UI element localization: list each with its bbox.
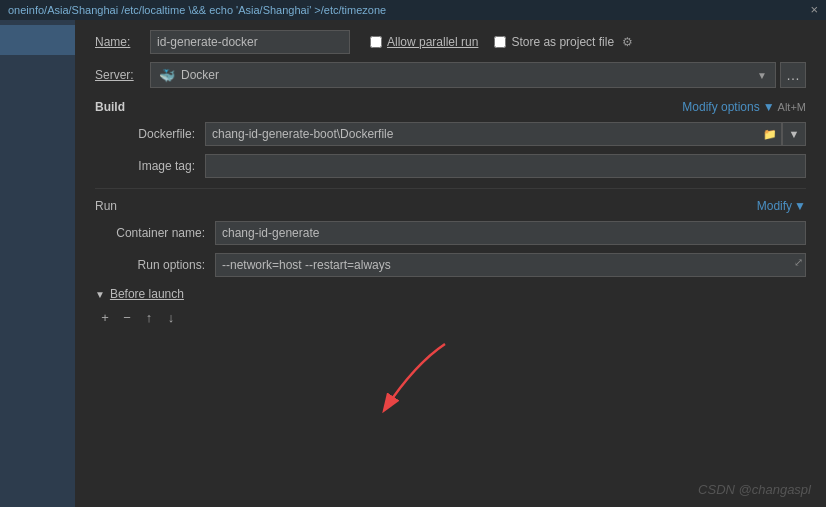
modify-options-label: Modify options — [682, 100, 759, 114]
allow-parallel-checkbox-label[interactable]: Allow parallel run — [370, 35, 478, 49]
run-options-label: Run options: — [95, 258, 215, 272]
store-project-label: Store as project file — [511, 35, 614, 49]
before-launch-title: Before launch — [110, 287, 184, 301]
sidebar-active-item[interactable] — [0, 25, 75, 55]
imagetag-input[interactable] — [205, 154, 806, 178]
container-name-label: Container name: — [95, 226, 215, 240]
dockerfile-input-wrap: 📁 ▼ — [205, 122, 806, 146]
top-bar-command: oneinfo/Asia/Shanghai /etc/localtime \&&… — [8, 4, 386, 16]
name-row: Name: Allow parallel run Store as projec… — [95, 30, 806, 54]
sidebar — [0, 20, 75, 507]
allow-parallel-checkbox[interactable] — [370, 36, 382, 48]
run-options-input[interactable] — [215, 253, 806, 277]
modify-options-shortcut: Alt+M — [778, 101, 806, 113]
dockerfile-row: Dockerfile: 📁 ▼ — [95, 122, 806, 146]
container-name-row: Container name: — [95, 221, 806, 245]
imagetag-label: Image tag: — [95, 159, 205, 173]
red-arrow-annotation — [355, 334, 475, 427]
name-input[interactable] — [150, 30, 350, 54]
dockerfile-label: Dockerfile: — [95, 127, 205, 141]
before-launch-collapse-arrow[interactable]: ▼ — [95, 289, 105, 300]
docker-icon: 🐳 — [159, 68, 175, 83]
watermark-text: CSDN @changaspl — [698, 482, 811, 497]
dockerfile-folder-button[interactable]: 📁 — [758, 122, 782, 146]
run-section-header: Run Modify ▼ — [95, 199, 806, 213]
container-name-input[interactable] — [215, 221, 806, 245]
build-section-header: Build Modify options ▼ Alt+M — [95, 100, 806, 114]
dockerfile-dropdown-button[interactable]: ▼ — [782, 122, 806, 146]
gear-icon[interactable]: ⚙ — [622, 35, 633, 49]
run-options-row: Run options: ⤢ — [95, 253, 806, 277]
server-select-text: 🐳 Docker — [159, 68, 219, 83]
store-project-checkbox[interactable] — [494, 36, 506, 48]
run-options-input-wrap: ⤢ — [215, 253, 806, 277]
top-bar: oneinfo/Asia/Shanghai /etc/localtime \&&… — [0, 0, 826, 20]
main-content: Name: Allow parallel run Store as projec… — [75, 20, 826, 507]
checkbox-group: Allow parallel run Store as project file… — [370, 35, 633, 49]
name-label: Name: — [95, 35, 150, 49]
modify-run-label: Modify — [757, 199, 792, 213]
section-divider — [95, 188, 806, 189]
server-select-dropdown[interactable]: 🐳 Docker ▼ — [150, 62, 776, 88]
move-up-button[interactable]: ↑ — [139, 307, 159, 327]
server-more-button[interactable]: … — [780, 62, 806, 88]
modify-run-link[interactable]: Modify ▼ — [757, 199, 806, 213]
modify-options-link[interactable]: Modify options ▼ Alt+M — [682, 100, 806, 114]
move-down-button[interactable]: ↓ — [161, 307, 181, 327]
remove-button[interactable]: − — [117, 307, 137, 327]
run-title: Run — [95, 199, 117, 213]
toolbar-buttons: + − ↑ ↓ — [95, 307, 806, 327]
close-button[interactable]: × — [810, 2, 818, 17]
modify-options-dropdown-arrow: ▼ — [763, 100, 775, 114]
server-dropdown-arrow: ▼ — [757, 70, 767, 81]
build-title: Build — [95, 100, 125, 114]
watermark: CSDN @changaspl — [698, 482, 811, 497]
server-value: Docker — [181, 68, 219, 82]
imagetag-row: Image tag: — [95, 154, 806, 178]
before-launch-section: ▼ Before launch — [95, 287, 806, 301]
server-row: Server: 🐳 Docker ▼ … — [95, 62, 806, 88]
run-options-expand-icon[interactable]: ⤢ — [794, 256, 803, 269]
add-button[interactable]: + — [95, 307, 115, 327]
dockerfile-input[interactable] — [205, 122, 758, 146]
allow-parallel-label: Allow parallel run — [387, 35, 478, 49]
server-label: Server: — [95, 68, 150, 82]
modify-run-arrow: ▼ — [794, 199, 806, 213]
store-project-checkbox-label[interactable]: Store as project file ⚙ — [494, 35, 633, 49]
